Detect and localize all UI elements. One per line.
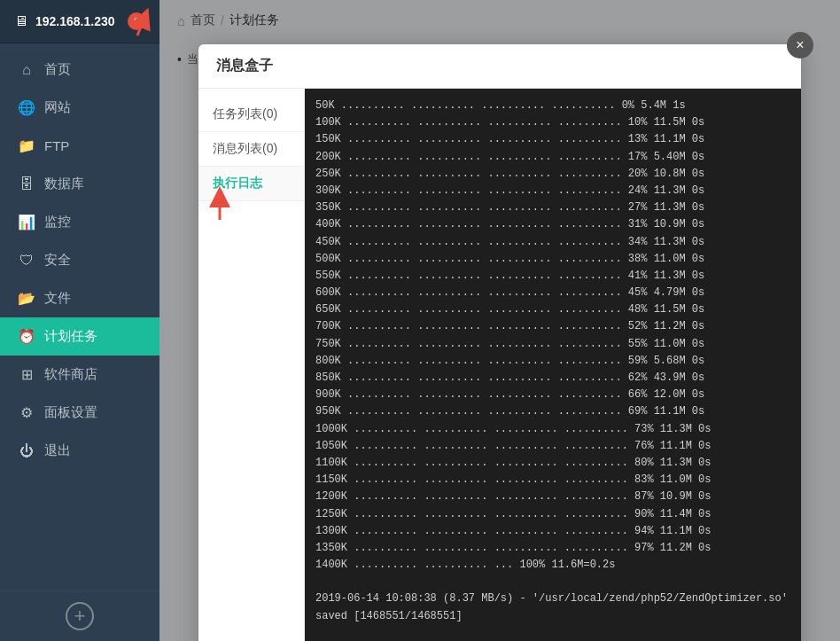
files-icon: 📂 xyxy=(18,290,35,307)
log-line: 1200K .......... .......... .......... .… xyxy=(315,489,790,505)
log-line: 1250K .......... .......... .......... .… xyxy=(315,506,790,523)
log-line: 1100K .......... .......... .......... .… xyxy=(315,455,790,472)
log-line: 550K .......... .......... .......... ..… xyxy=(315,268,790,285)
notification-badge[interactable]: 0 xyxy=(128,12,145,30)
log-line: 350K .......... .......... .......... ..… xyxy=(315,199,790,216)
sidebar-item-label: 数据库 xyxy=(44,176,84,192)
sidebar-item-crontab[interactable]: ⏰计划任务 xyxy=(0,317,159,356)
monitor-icon: 📊 xyxy=(18,214,35,231)
log-line: 700K .......... .......... .......... ..… xyxy=(315,318,790,335)
modal-title: 消息盒子 xyxy=(198,44,801,89)
sidebar-item-monitor[interactable]: 📊监控 xyxy=(0,203,159,241)
monitor-icon: 🖥 xyxy=(14,13,28,29)
log-line: 450K .......... .......... .......... ..… xyxy=(315,234,790,251)
log-line: 300K .......... .......... .......... ..… xyxy=(315,183,790,199)
sidebar-header: 🖥 192.168.1.230 0 xyxy=(0,0,159,43)
log-line xyxy=(315,574,790,590)
sidebar-item-label: 计划任务 xyxy=(44,328,97,345)
add-button[interactable]: + xyxy=(66,602,94,630)
log-line: 650K .......... .......... .......... ..… xyxy=(315,301,790,318)
log-line: 250K .......... .......... .......... ..… xyxy=(315,166,790,183)
log-line: 1350K .......... .......... .......... .… xyxy=(315,540,790,557)
log-line xyxy=(315,625,790,641)
sidebar-item-home[interactable]: ⌂首页 xyxy=(0,51,159,89)
log-line: 750K .......... .......... .......... ..… xyxy=(315,336,790,353)
log-line: 1300K .......... .......... .......... .… xyxy=(315,523,790,540)
appstore-icon: ⊞ xyxy=(18,366,35,383)
home-icon: ⌂ xyxy=(18,62,35,78)
ftp-icon: 📁 xyxy=(18,137,35,154)
sidebar-item-label: 文件 xyxy=(44,290,71,307)
modal: 消息盒子 × 任务列表(0)消息列表(0)执行日志 50K ..........… xyxy=(198,44,801,641)
log-line: 150K .......... .......... .......... ..… xyxy=(315,131,790,148)
logout-icon: ⏻ xyxy=(18,443,35,459)
sidebar-item-panel[interactable]: ⚙面板设置 xyxy=(0,394,159,432)
log-line: 200K .......... .......... .......... ..… xyxy=(315,149,790,166)
server-ip: 192.168.1.230 xyxy=(35,14,121,28)
modal-nav-exec-log[interactable]: 执行日志 xyxy=(198,167,304,201)
modal-nav-task-list[interactable]: 任务列表(0) xyxy=(198,98,304,132)
sidebar-item-logout[interactable]: ⏻退出 xyxy=(0,432,159,470)
sidebar-item-ftp[interactable]: 📁FTP xyxy=(0,127,159,165)
log-line: 400K .......... .......... .......... ..… xyxy=(315,216,790,233)
sidebar-item-security[interactable]: 🛡安全 xyxy=(0,241,159,279)
log-line: saved [1468551/1468551] xyxy=(315,608,790,625)
log-line: 850K .......... .......... .......... ..… xyxy=(315,370,790,387)
log-line: 1150K .......... .......... .......... .… xyxy=(315,472,790,489)
database-icon: 🗄 xyxy=(18,176,35,192)
sidebar: 🖥 192.168.1.230 0 ⌂首页🌐网站📁FTP🗄数据库📊监控🛡安全📂文… xyxy=(0,0,159,641)
log-line: 100K .......... .......... .......... ..… xyxy=(315,114,790,131)
sidebar-item-label: 安全 xyxy=(44,252,71,269)
log-line: 950K .......... .......... .......... ..… xyxy=(315,403,790,420)
sidebar-item-appstore[interactable]: ⊞软件商店 xyxy=(0,356,159,394)
log-line: 800K .......... .......... .......... ..… xyxy=(315,353,790,370)
sidebar-item-label: 首页 xyxy=(44,61,71,78)
sidebar-item-label: FTP xyxy=(44,138,69,153)
modal-close-button[interactable]: × xyxy=(787,32,813,59)
log-terminal[interactable]: 50K .......... .......... .......... ...… xyxy=(305,89,801,641)
sidebar-nav: ⌂首页🌐网站📁FTP🗄数据库📊监控🛡安全📂文件⏰计划任务⊞软件商店⚙面板设置⏻退… xyxy=(0,43,159,590)
sidebar-item-label: 退出 xyxy=(44,442,71,459)
log-line: 1050K .......... .......... .......... .… xyxy=(315,438,790,455)
log-line: 1000K .......... .......... .......... .… xyxy=(315,421,790,438)
crontab-icon: ⏰ xyxy=(18,328,35,345)
sidebar-item-label: 监控 xyxy=(44,214,71,231)
modal-overlay: 消息盒子 × 任务列表(0)消息列表(0)执行日志 50K ..........… xyxy=(159,0,840,641)
sidebar-item-files[interactable]: 📂文件 xyxy=(0,279,159,317)
sidebar-footer: + xyxy=(0,590,159,641)
main-content: ⌂ 首页 / 计划任务 消息盒子 × 任务列表(0)消息列表(0)执行日志 50… xyxy=(159,0,840,641)
log-line: 50K .......... .......... .......... ...… xyxy=(315,98,790,114)
modal-sidebar-nav: 任务列表(0)消息列表(0)执行日志 xyxy=(198,89,305,641)
log-line: 600K .......... .......... .......... ..… xyxy=(315,285,790,301)
sidebar-item-label: 面板设置 xyxy=(44,404,97,421)
sidebar-item-label: 软件商店 xyxy=(44,366,97,383)
log-line: 1400K .......... .......... ... 100% 11.… xyxy=(315,557,790,574)
log-line: 500K .......... .......... .......... ..… xyxy=(315,251,790,268)
log-line: 900K .......... .......... .......... ..… xyxy=(315,387,790,403)
modal-nav-msg-list[interactable]: 消息列表(0) xyxy=(198,132,304,167)
modal-main-content: 50K .......... .......... .......... ...… xyxy=(305,89,801,641)
sidebar-item-website[interactable]: 🌐网站 xyxy=(0,89,159,127)
panel-icon: ⚙ xyxy=(18,404,35,421)
sidebar-item-label: 网站 xyxy=(44,99,71,116)
log-line: 2019-06-14 10:08:38 (8.37 MB/s) - '/usr/… xyxy=(315,590,790,607)
modal-body: 任务列表(0)消息列表(0)执行日志 50K .......... ......… xyxy=(198,89,801,641)
sidebar-item-database[interactable]: 🗄数据库 xyxy=(0,165,159,203)
security-icon: 🛡 xyxy=(18,253,35,269)
website-icon: 🌐 xyxy=(18,99,35,116)
